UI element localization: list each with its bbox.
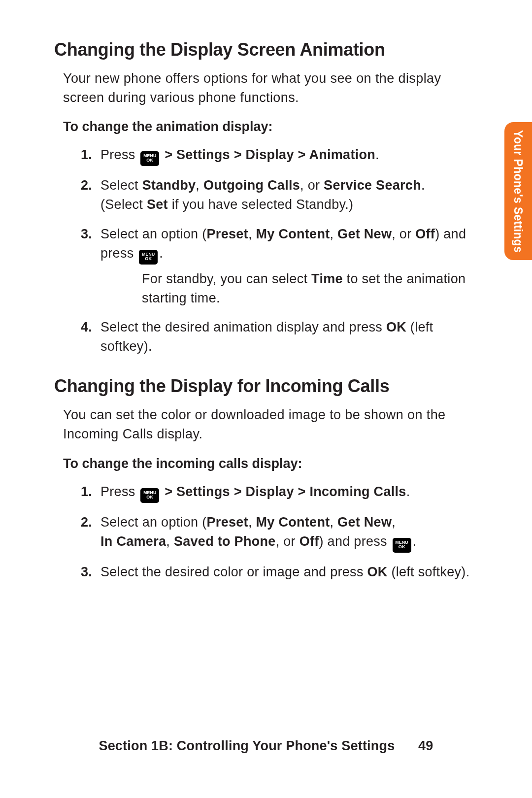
steps-animation: 1. Press MENUOK > Settings > Display > A…	[54, 145, 478, 356]
step-bold: Get New	[337, 227, 392, 241]
step-bold: My Content	[256, 227, 330, 241]
step-num: 2.	[81, 176, 92, 195]
step-1: 1. Press MENUOK > Settings > Display > A…	[81, 145, 478, 166]
menu-ok-icon: MENUOK	[140, 488, 159, 503]
steps-incoming: 1. Press MENUOK > Settings > Display > I…	[54, 482, 478, 582]
menu-ok-icon: MENUOK	[140, 151, 159, 166]
intro-incoming: You can set the color or downloaded imag…	[63, 405, 478, 444]
step-bold: Off	[299, 534, 319, 549]
step-bold: Preset	[207, 227, 248, 241]
step-bold: > Settings > Display > Incoming Calls	[165, 484, 406, 499]
step-num: 1.	[81, 482, 92, 501]
step-text: Select an option (	[100, 515, 207, 530]
step-num: 4.	[81, 318, 92, 337]
step-bold: OK	[367, 565, 387, 579]
step-bold: > Settings > Display > Animation	[165, 147, 375, 162]
step-text: .	[421, 178, 425, 193]
step-2: 2. Select Standby, Outgoing Calls, or Se…	[81, 176, 478, 214]
step-text: .	[406, 484, 410, 499]
step-text: Select an option (	[100, 227, 207, 241]
step-bold: Saved to Phone	[174, 534, 276, 549]
step-text: ,	[248, 227, 256, 241]
page-footer: Section 1B: Controlling Your Phone's Set…	[0, 738, 532, 754]
menu-ok-icon: MENUOK	[139, 250, 158, 265]
step-bold: In Camera	[100, 534, 166, 549]
heading-animation: Changing the Display Screen Animation	[54, 39, 478, 60]
step-num: 3.	[81, 225, 92, 244]
step-text: Select the desired color or image and pr…	[100, 565, 367, 579]
menu-ok-icon: MENUOK	[393, 538, 411, 553]
step-text: if you have selected Standby.)	[168, 197, 354, 212]
step-2: 2. Select an option (Preset, My Content,…	[81, 513, 478, 553]
step-text: .	[159, 246, 163, 261]
step-text: , or	[392, 227, 415, 241]
step-text: .	[413, 534, 417, 549]
footer-section: Section 1B: Controlling Your Phone's Set…	[99, 738, 395, 753]
step-bold: Service Search	[324, 178, 421, 193]
document-page: Your Phone's Settings Changing the Displ…	[0, 0, 532, 798]
step-bold: Off	[415, 227, 435, 241]
step-text: .	[375, 147, 379, 162]
intro-animation: Your new phone offers options for what y…	[63, 69, 478, 107]
step-bold: Outgoing Calls	[203, 178, 300, 193]
step-bold: Set	[147, 197, 168, 212]
step-text: ,	[330, 227, 338, 241]
step-text: Select	[100, 178, 142, 193]
step-bold: Get New	[337, 515, 392, 530]
step-bold: Standby	[142, 178, 196, 193]
step-text: Press	[100, 484, 139, 499]
step-1: 1. Press MENUOK > Settings > Display > I…	[81, 482, 478, 503]
step-num: 1.	[81, 145, 92, 165]
step-3: 3. Select an option (Preset, My Content,…	[81, 225, 478, 308]
step-text: (Select	[100, 197, 147, 212]
step-3: 3. Select the desired color or image and…	[81, 563, 478, 582]
step-4: 4. Select the desired animation display …	[81, 318, 478, 356]
step-bold: Preset	[207, 515, 248, 530]
side-tab-label: Your Phone's Settings	[512, 130, 525, 252]
subheading-animation: To change the animation display:	[63, 119, 478, 134]
step-text: Select the desired animation display and…	[100, 320, 386, 334]
step-bold: My Content	[256, 515, 330, 530]
step-text: , or	[300, 178, 324, 193]
step-text: , or	[276, 534, 299, 549]
heading-incoming: Changing the Display for Incoming Calls	[54, 376, 478, 397]
step-num: 2.	[81, 513, 92, 532]
step-text: ) and press	[319, 534, 391, 549]
footer-page-number: 49	[418, 738, 433, 754]
step-note: For standby, you can select Time to set …	[142, 269, 478, 308]
step-text: ,	[166, 534, 174, 549]
note-bold: Time	[311, 271, 343, 286]
step-text: (left softkey).	[388, 565, 470, 579]
subheading-incoming: To change the incoming calls display:	[63, 456, 478, 471]
step-text: ,	[330, 515, 338, 530]
step-num: 3.	[81, 563, 92, 582]
note-text: For standby, you can select	[142, 271, 311, 286]
step-text: ,	[392, 515, 396, 530]
step-text: Press	[100, 147, 139, 162]
step-text: ,	[248, 515, 256, 530]
side-tab: Your Phone's Settings	[504, 122, 532, 260]
step-bold: OK	[386, 320, 406, 334]
step-text: ,	[196, 178, 203, 193]
